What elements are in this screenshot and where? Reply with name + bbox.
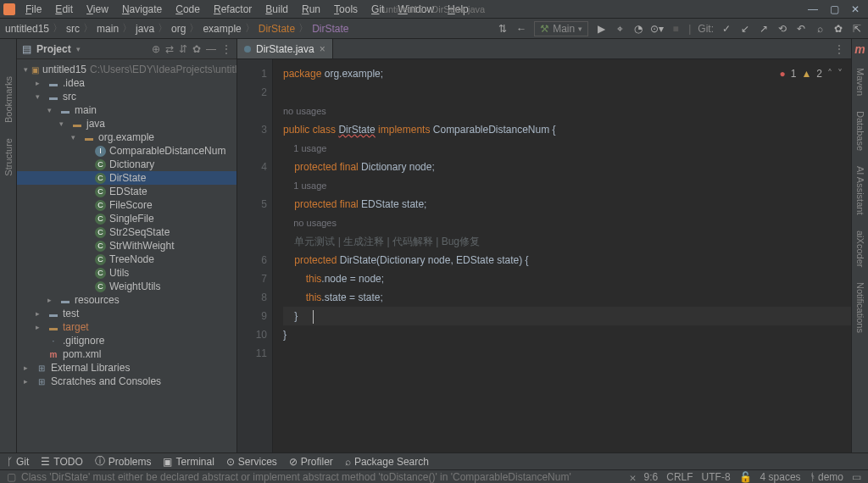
code-line[interactable]: protected final Dictionary node; — [283, 158, 851, 176]
close-icon[interactable]: ✕ — [851, 3, 860, 15]
tree-item-comparabledistancenum[interactable]: IComparableDistanceNum — [17, 144, 236, 158]
tree-item-external-libraries[interactable]: ▸⊞External Libraries — [17, 361, 236, 375]
tree-item-java[interactable]: ▾▬java — [17, 117, 236, 130]
code-line[interactable]: no usages — [283, 102, 851, 120]
tree-item-str2seqstate[interactable]: CStr2SeqState — [17, 225, 236, 239]
git-branch-widget[interactable]: ᚬ demo — [810, 471, 843, 483]
gear-icon[interactable]: ✿ — [192, 43, 201, 55]
tree-item-untitled15[interactable]: ▾▣untitled15 C:\Users\EDY\IdeaProjects\u… — [17, 63, 236, 76]
maven-icon[interactable]: m — [854, 42, 865, 56]
status-hint-icon[interactable]: ▢ — [7, 471, 16, 483]
git-push-icon[interactable]: ↗ — [758, 23, 770, 35]
code-editor[interactable]: 1234567891011 ●1 ▲2 ˄ ˅ package org.exam… — [237, 59, 851, 452]
indent-widget[interactable]: 4 spaces — [760, 471, 801, 483]
hide-icon[interactable]: — — [206, 43, 216, 55]
tree-item-edstate[interactable]: CEDState — [17, 185, 236, 198]
options-icon[interactable]: ⋮ — [221, 43, 231, 55]
profile-icon[interactable]: ⊙▾ — [651, 23, 663, 35]
rightstripe-notifications[interactable]: Notifications — [854, 279, 867, 336]
memory-icon[interactable]: ▭ — [852, 471, 861, 483]
code-line[interactable]: this.node = node; — [283, 269, 851, 288]
expand-icon[interactable]: ⇄ — [165, 43, 174, 55]
bottom-git[interactable]: ᚴGit — [7, 456, 29, 468]
inspection-widget[interactable]: ●1 ▲2 ˄ ˅ — [779, 64, 843, 83]
debug-icon[interactable]: ⌖ — [614, 23, 626, 35]
chevron-down-icon[interactable]: ▾ — [76, 45, 81, 53]
menu-tools[interactable]: Tools — [329, 2, 363, 17]
tree-item-treenode[interactable]: CTreeNode — [17, 253, 236, 266]
tree-item-pom-xml[interactable]: mpom.xml — [17, 347, 236, 361]
run-icon[interactable]: ▶ — [595, 23, 607, 35]
project-tree[interactable]: ▾▣untitled15 C:\Users\EDY\IdeaProjects\u… — [17, 59, 236, 452]
rightstripe-maven[interactable]: Maven — [854, 64, 867, 99]
crumb-untitled15[interactable]: untitled15 — [5, 23, 49, 35]
bottom-services[interactable]: ⊙Services — [226, 456, 277, 468]
code-line[interactable]: package org.example; — [283, 64, 851, 83]
bottom-package-search[interactable]: ⌕Package Search — [345, 456, 429, 468]
maximize-icon[interactable]: ▢ — [830, 3, 839, 15]
tree-item-org-example[interactable]: ▾▬org.example — [17, 130, 236, 144]
tree-item-filescore[interactable]: CFileScore — [17, 198, 236, 212]
tabs-options-icon[interactable]: ⋮ — [834, 43, 851, 55]
tree-item-resources[interactable]: ▸▬resources — [17, 293, 236, 307]
file-encoding[interactable]: UTF-8 — [702, 471, 731, 483]
crumb-java[interactable]: java — [136, 23, 154, 35]
leftstripe-bookmarks[interactable]: Bookmarks — [2, 73, 15, 126]
tree-item-src[interactable]: ▾▬src — [17, 90, 236, 103]
bottom-problems[interactable]: ⓘProblems — [95, 454, 152, 469]
code-line[interactable]: public class DirState implements Compara… — [283, 120, 851, 139]
code-line[interactable] — [283, 344, 851, 363]
settings-icon[interactable]: ✿ — [832, 23, 844, 35]
bottom-profiler[interactable]: ⊘Profiler — [289, 456, 333, 468]
tree-item-target[interactable]: ▸▬target — [17, 320, 236, 334]
tree-item-weightutils[interactable]: CWeightUtils — [17, 280, 236, 293]
context-actions-icon[interactable]: ⨉ — [630, 471, 636, 483]
history-icon[interactable]: ⟲ — [776, 23, 788, 35]
chevron-up-icon[interactable]: ˄ — [827, 64, 832, 83]
crumb-dirstate[interactable]: DirState — [312, 23, 348, 35]
tree-item-dirstate[interactable]: CDirState — [17, 171, 236, 185]
ide-settings-icon[interactable]: ⇱ — [851, 23, 863, 35]
tree-item-main[interactable]: ▾▬main — [17, 103, 236, 117]
bottom-todo[interactable]: ☰TODO — [41, 456, 82, 468]
menu-navigate[interactable]: Navigate — [117, 2, 167, 17]
menu-build[interactable]: Build — [260, 2, 293, 17]
users-icon[interactable]: ⇅ — [497, 23, 509, 35]
crumb-example[interactable]: example — [203, 23, 241, 35]
tree-item--idea[interactable]: ▸▬.idea — [17, 76, 236, 90]
collapse-icon[interactable]: ⇵ — [179, 43, 187, 55]
code-line[interactable]: protected final EDState state; — [283, 195, 851, 214]
crumb-main[interactable]: main — [97, 23, 119, 35]
menu-run[interactable]: Run — [297, 2, 326, 17]
tree-item-scratches-and-consoles[interactable]: ▸⊞Scratches and Consoles — [17, 375, 236, 388]
git-commit-icon[interactable]: ↙ — [739, 23, 751, 35]
git-update-icon[interactable]: ✓ — [721, 23, 732, 35]
code-line[interactable]: this.state = state; — [283, 288, 851, 307]
search-icon[interactable]: ⌕ — [814, 23, 826, 35]
coverage-icon[interactable]: ◔ — [632, 23, 644, 35]
rightstripe-ai-assistant[interactable]: AI Assistant — [854, 163, 867, 218]
line-gutter[interactable]: 1234567891011 — [237, 59, 273, 452]
breadcrumb[interactable]: untitled15〉src〉main〉java〉org〉example〉Dir… — [5, 21, 349, 36]
tab-dirstate[interactable]: DirState.java × — [237, 39, 333, 58]
tree-item--gitignore[interactable]: ·.gitignore — [17, 334, 236, 347]
menu-code[interactable]: Code — [170, 2, 205, 17]
menu-view[interactable]: View — [81, 2, 114, 17]
code-line[interactable]: 1 usage — [283, 176, 851, 195]
code-line[interactable]: protected DirState(Dictionary node, EDSt… — [283, 251, 851, 269]
caret-position[interactable]: 9:6 — [644, 471, 659, 483]
run-config-selector[interactable]: ⚒ Main ▾ — [534, 21, 588, 36]
menu-refactor[interactable]: Refactor — [209, 2, 257, 17]
tree-item-utils[interactable]: CUtils — [17, 266, 236, 280]
chevron-down-icon[interactable]: ˅ — [837, 64, 843, 83]
code-line[interactable]: } — [283, 307, 851, 325]
rollback-icon[interactable]: ↶ — [795, 23, 807, 35]
menu-edit[interactable]: Edit — [50, 2, 78, 17]
leftstripe-structure[interactable]: Structure — [2, 135, 15, 180]
select-opened-icon[interactable]: ⊕ — [152, 43, 160, 55]
readonly-icon[interactable]: 🔓 — [739, 471, 752, 483]
bottom-terminal[interactable]: ▣Terminal — [163, 456, 214, 468]
line-separator[interactable]: CRLF — [666, 471, 693, 483]
back-icon[interactable]: ← — [515, 23, 527, 35]
tree-item-strwithweight[interactable]: CStrWithWeight — [17, 239, 236, 253]
